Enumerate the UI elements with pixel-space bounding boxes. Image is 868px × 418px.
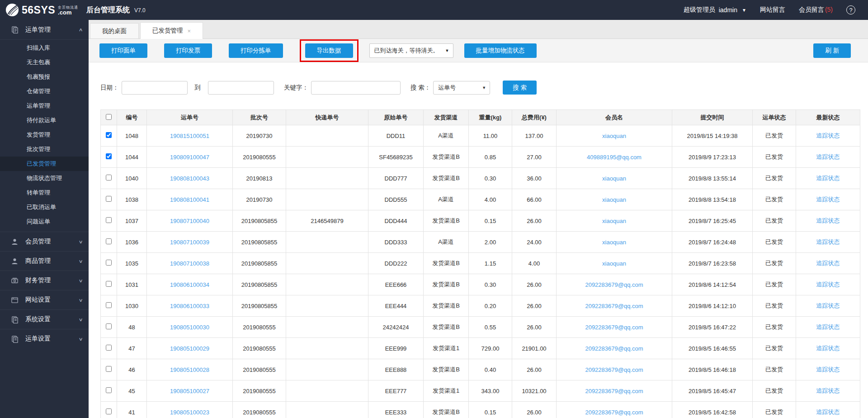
sidebar-group-系统设置[interactable]: 系统设置∨ [0,309,89,329]
logistics-status-select[interactable]: 已到达海关，等待清关。 ▼ [369,43,453,58]
waybill-number-link[interactable]: 190805100030 [170,324,209,331]
member-name-link[interactable]: 2092283679@qq.com [585,324,643,331]
latest-status-link[interactable]: 追踪状态 [816,366,840,373]
row-checkbox[interactable] [106,323,112,329]
row-checkbox[interactable] [106,153,112,159]
member-name-link[interactable]: 2092283679@qq.com [585,388,643,394]
print-label-button[interactable]: 打印面单 [99,43,147,58]
member-name-link[interactable]: xiaoquan [602,260,626,267]
row-checkbox[interactable] [106,175,112,180]
sidebar-item-批次管理[interactable]: 批次管理 [0,142,89,157]
member-name-link[interactable]: xiaoquan [602,218,626,224]
sidebar-item-问题运单[interactable]: 问题运单 [0,214,89,229]
keyword-input[interactable] [311,81,401,95]
sidebar-item-仓储管理[interactable]: 仓储管理 [0,84,89,99]
chevron-down-icon: ∨ [78,298,83,303]
sidebar-item-运单管理[interactable]: 运单管理 [0,99,89,113]
date-from-input[interactable] [122,81,188,95]
latest-status-link[interactable]: 追踪状态 [816,408,840,415]
row-id-cell: 1038 [117,189,147,210]
latest-status-link[interactable]: 追踪状态 [816,345,840,352]
sidebar-group-运单设置[interactable]: 运单设置∨ [0,329,89,348]
select-all-checkbox[interactable] [106,114,112,120]
waybill-number-link[interactable]: 190808100041 [170,196,209,203]
tab-已发货管理[interactable]: 已发货管理× [140,22,203,39]
waybill-number-link[interactable]: 190805100027 [170,388,209,394]
sidebar-item-包裹预报[interactable]: 包裹预报 [0,70,89,84]
waybill-number-link[interactable]: 190815100051 [170,133,209,139]
member-name-link[interactable]: 2092283679@qq.com [585,409,643,416]
refresh-button[interactable]: 刷 新 [813,43,851,58]
member-name-link[interactable]: 2092283679@qq.com [585,303,643,309]
export-data-button[interactable]: 导出数据 [305,43,353,58]
latest-status-link[interactable]: 追踪状态 [816,238,840,245]
latest-status-link[interactable]: 追踪状态 [816,323,840,330]
row-checkbox[interactable] [106,196,112,202]
waybill-number-link[interactable]: 190805100028 [170,366,209,373]
member-messages-link[interactable]: 会员留言(5) [799,6,833,14]
row-checkbox[interactable] [106,387,112,393]
member-name-link[interactable]: 2092283679@qq.com [585,366,643,373]
print-invoice-button[interactable]: 打印发票 [164,43,212,58]
waybill-number-link[interactable]: 190805100029 [170,345,209,352]
site-messages-link[interactable]: 网站留言 [760,6,785,14]
waybill-number-link[interactable]: 190807100039 [170,239,209,246]
sidebar-item-待付款运单[interactable]: 待付款运单 [0,113,89,128]
waybill-number-link[interactable]: 190807100040 [170,218,209,224]
member-name-link[interactable]: 409889195@qq.com [587,154,642,161]
batch-add-status-button[interactable]: 批量增加物流状态 [464,43,537,58]
latest-status-link[interactable]: 追踪状态 [816,196,840,203]
sidebar-item-已发货管理[interactable]: 已发货管理 [0,157,89,171]
member-name-link[interactable]: xiaoquan [602,196,626,203]
row-checkbox[interactable] [106,238,112,244]
sidebar-item-转单管理[interactable]: 转单管理 [0,185,89,200]
latest-status-link[interactable]: 追踪状态 [816,302,840,309]
row-checkbox[interactable] [106,217,112,223]
close-icon[interactable]: × [188,28,191,34]
latest-status-link[interactable]: 追踪状态 [816,387,840,394]
search-button[interactable]: 搜 索 [503,81,537,95]
waybill-number-link[interactable]: 190808100043 [170,175,209,182]
latest-status-cell: 追踪状态 [796,380,860,402]
member-name-link[interactable]: 2092283679@qq.com [585,281,643,288]
user-menu[interactable]: 超级管理员 iadmin ▼ [684,6,746,14]
latest-status-link[interactable]: 追踪状态 [816,260,840,266]
row-checkbox[interactable] [106,302,112,308]
date-to-input[interactable] [208,81,274,95]
latest-status-link[interactable]: 追踪状态 [816,217,840,224]
sidebar-item-发货管理[interactable]: 发货管理 [0,128,89,142]
row-checkbox[interactable] [106,260,112,266]
help-icon[interactable]: ? [846,5,855,14]
member-name-link[interactable]: xiaoquan [602,239,626,246]
latest-status-link[interactable]: 追踪状态 [816,281,840,288]
tab-我的桌面[interactable]: 我的桌面 [90,23,139,38]
print-sorting-button[interactable]: 打印分拣单 [229,43,283,58]
waybill-number-link[interactable]: 190807100038 [170,260,209,267]
row-checkbox[interactable] [106,408,112,414]
waybill-number-link[interactable]: 190806100034 [170,281,209,288]
latest-status-link[interactable]: 追踪状态 [816,132,840,139]
sidebar-group-财务管理[interactable]: 财务管理∨ [0,271,89,290]
sidebar-group-网站设置[interactable]: 网站设置∨ [0,290,89,309]
member-name-link[interactable]: xiaoquan [602,133,626,139]
row-checkbox[interactable] [106,345,112,351]
sidebar-group-商品管理[interactable]: 商品管理∨ [0,251,89,271]
row-checkbox[interactable] [106,132,112,138]
latest-status-link[interactable]: 追踪状态 [816,153,840,160]
total-fee-cell: 137.00 [512,125,557,147]
sidebar-group-运单管理[interactable]: 运单管理∧ [0,20,89,39]
member-name-link[interactable]: xiaoquan [602,175,626,182]
member-name-link[interactable]: 2092283679@qq.com [585,345,643,352]
sidebar-group-会员管理[interactable]: 会员管理∨ [0,232,89,251]
waybill-number-link[interactable]: 190809100047 [170,154,209,161]
latest-status-link[interactable]: 追踪状态 [816,175,840,181]
sidebar-item-物流状态管理[interactable]: 物流状态管理 [0,171,89,185]
row-checkbox[interactable] [106,366,112,372]
sidebar-item-无主包裹[interactable]: 无主包裹 [0,55,89,70]
sidebar-item-扫描入库[interactable]: 扫描入库 [0,41,89,55]
waybill-number-link[interactable]: 190805100023 [170,409,209,416]
row-checkbox[interactable] [106,281,112,287]
search-type-select[interactable]: 运单号 ▼ [433,81,490,95]
waybill-number-link[interactable]: 190806100033 [170,303,209,309]
sidebar-item-已取消运单[interactable]: 已取消运单 [0,200,89,214]
